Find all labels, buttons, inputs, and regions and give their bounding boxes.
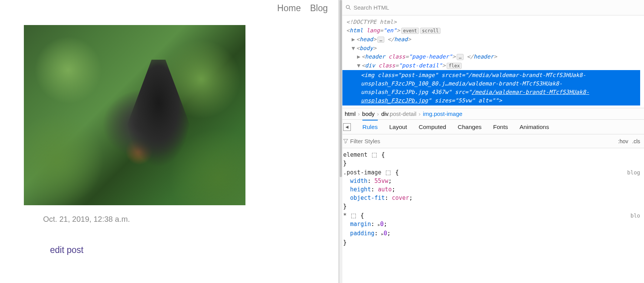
rule-star[interactable]: blo * { margin: ▶0; padding: ▶0; } xyxy=(343,211,640,247)
tab-fonts[interactable]: Fonts xyxy=(493,121,508,134)
rule-element[interactable]: element {} xyxy=(343,151,640,167)
hov-toggle[interactable]: :hov xyxy=(618,138,628,144)
html-search-placeholder: Search HTML xyxy=(354,4,389,11)
tab-changes[interactable]: Changes xyxy=(458,121,482,134)
selected-img-node[interactable]: <img class="post-image" srcset="/media/w… xyxy=(339,70,640,105)
funnel-icon xyxy=(343,139,348,144)
cls-toggle[interactable]: .cls xyxy=(632,138,640,144)
box-model-icon[interactable] xyxy=(372,153,377,157)
event-badge[interactable]: event xyxy=(401,28,419,34)
rule-post-image[interactable]: blog .post-image { width: 55vw; height: … xyxy=(343,168,640,211)
crumb-html[interactable]: html xyxy=(345,111,355,117)
filter-bar: :hov .cls xyxy=(339,134,644,148)
search-icon xyxy=(345,5,351,10)
styles-tabs: Rules Layout Computed Changes Fonts Anim… xyxy=(339,120,644,134)
tab-rules[interactable]: Rules xyxy=(362,120,378,134)
crumb-img[interactable]: img.post-image xyxy=(423,111,462,117)
dom-tree[interactable]: <!DOCTYPE html> <html lang="en">eventscr… xyxy=(339,15,644,108)
post-date: Oct. 21, 2019, 12:38 a.m. xyxy=(43,215,130,224)
ellipsis-badge[interactable]: … xyxy=(377,37,384,43)
html-node[interactable]: <html lang="en">eventscroll xyxy=(346,26,640,35)
crumb-body[interactable]: body xyxy=(362,111,375,117)
tab-layout[interactable]: Layout xyxy=(389,121,407,134)
page-nav: Home Blog xyxy=(277,3,328,13)
post-image[interactable] xyxy=(24,25,245,205)
header-node[interactable]: ▶<header class="page-header">… </header> xyxy=(346,52,640,61)
box-model-icon[interactable] xyxy=(386,171,390,175)
tab-animations[interactable]: Animations xyxy=(520,121,549,134)
div-post-detail-node[interactable]: ▼<div class="post-detail">flex xyxy=(346,61,640,70)
ellipsis-badge[interactable]: … xyxy=(457,54,463,60)
crumb-div[interactable]: div.post-detail xyxy=(381,111,416,117)
rules-pane[interactable]: element {} blog .post-image { width: 55v… xyxy=(339,148,644,283)
svg-point-0 xyxy=(346,5,349,8)
doctype-node[interactable]: <!DOCTYPE html> xyxy=(346,19,397,25)
nav-home[interactable]: Home xyxy=(277,3,301,13)
filter-styles-input[interactable] xyxy=(350,138,614,144)
source-link[interactable]: blog xyxy=(627,168,640,177)
body-node[interactable]: ▼<body> xyxy=(346,44,640,52)
toggle-panes-icon[interactable] xyxy=(343,123,351,131)
rendered-page: Home Blog Oct. 21, 2019, 12:38 a.m. edit… xyxy=(0,0,339,283)
html-search-bar[interactable]: Search HTML xyxy=(339,0,644,15)
edit-post-link[interactable]: edit post xyxy=(50,245,83,255)
devtools-panel: Search HTML <!DOCTYPE html> <html lang="… xyxy=(339,0,644,283)
breadcrumb[interactable]: html› body› div.post-detail› img.post-im… xyxy=(339,108,644,120)
head-node[interactable]: ▶<head>… </head> xyxy=(346,35,640,44)
scroll-badge[interactable]: scroll xyxy=(420,28,440,34)
source-link[interactable]: blo xyxy=(631,211,640,220)
svg-line-1 xyxy=(349,8,350,10)
tab-computed[interactable]: Computed xyxy=(419,121,446,134)
page-scrollbar[interactable] xyxy=(339,0,342,283)
nav-blog[interactable]: Blog xyxy=(310,3,328,13)
flex-badge[interactable]: flex xyxy=(447,63,462,69)
box-model-icon[interactable] xyxy=(351,214,356,218)
